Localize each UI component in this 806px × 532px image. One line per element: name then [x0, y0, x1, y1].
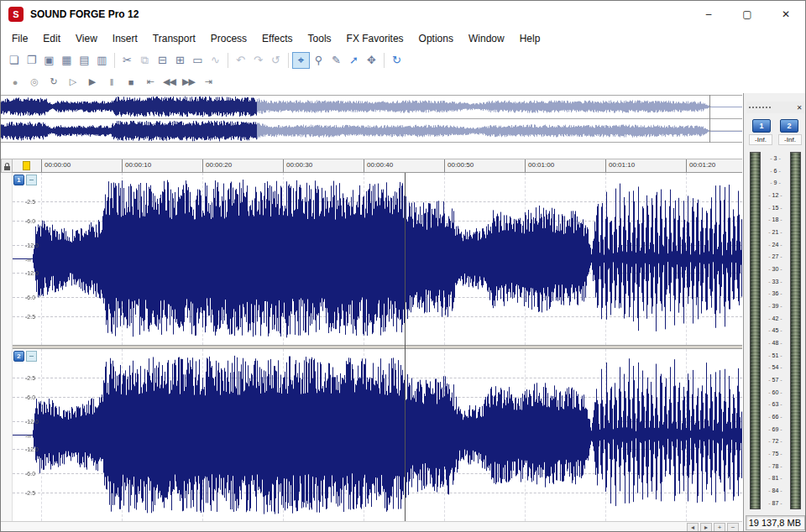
menu-item[interactable]: Transport	[145, 29, 203, 49]
meter-panel-titlebar[interactable]: ✕	[746, 102, 804, 113]
title-bar: S SOUND FORGE Pro 12 – ▢ ✕	[1, 1, 805, 28]
window-controls: – ▢ ✕	[689, 1, 805, 28]
drag-grip-icon[interactable]	[749, 107, 771, 108]
menu-item[interactable]: Edit	[35, 29, 68, 49]
overview-navigator[interactable]	[1, 95, 742, 143]
remote-record-button[interactable]: ◎	[24, 73, 44, 91]
event-tool-icon[interactable]: ✥	[363, 52, 380, 69]
menu-item[interactable]: Insert	[105, 29, 145, 49]
meter-scale-label: 57	[762, 377, 789, 383]
bottom-scroll-bar: ◂ ▸ + −	[1, 521, 742, 532]
meter-panel-close-icon[interactable]: ✕	[794, 104, 804, 112]
go-to-end-button[interactable]: ⇥	[198, 73, 217, 91]
rebuild-peaks-icon[interactable]: ↻	[388, 52, 406, 69]
undo-icon[interactable]: ↶	[232, 52, 249, 69]
ruler-tick-label: 00:00:30	[283, 159, 364, 172]
save-as-icon[interactable]: ▦	[58, 52, 76, 69]
fast-forward-button[interactable]: ▶▶	[179, 73, 198, 91]
loop-playback-button[interactable]: ↻	[44, 73, 63, 91]
meter-scale-label: 30	[762, 266, 789, 272]
rewind-button[interactable]: ◀◀	[160, 73, 179, 91]
maximize-button[interactable]: ▢	[728, 1, 767, 28]
play-button[interactable]: ▶	[82, 73, 102, 91]
pencil-tool-icon[interactable]: ✎	[327, 52, 345, 69]
edit-tool-icon[interactable]: ⌖	[292, 52, 310, 69]
channel-2-waveform-canvas[interactable]	[13, 349, 742, 521]
print-icon[interactable]: ▥	[93, 52, 111, 69]
stop-button[interactable]: ■	[121, 73, 140, 91]
scroll-right-button[interactable]: ▸	[700, 523, 712, 532]
channel-1-badge[interactable]: 1	[13, 175, 24, 185]
paste-icon[interactable]: ⊟	[154, 52, 171, 69]
menu-item[interactable]: View	[68, 29, 105, 49]
workspace-icon[interactable]: ▤	[76, 52, 93, 69]
overview-waveform-canvas[interactable]	[1, 95, 742, 143]
menu-item[interactable]: Tools	[301, 29, 339, 49]
meter-channel-1-peak-value: -Inf.	[749, 134, 772, 145]
ruler-tick-label: 00:00:00	[41, 159, 122, 172]
free-storage-status: 19 137,8 MB	[746, 515, 805, 530]
meter-scale-label: 6	[762, 168, 789, 174]
meter-channel-1-badge[interactable]: 1	[752, 119, 771, 133]
close-button[interactable]: ✕	[767, 1, 805, 28]
copy-icon[interactable]: ⧉	[136, 52, 154, 69]
edit-cursor-line[interactable]	[405, 173, 406, 521]
trim-icon[interactable]: ▭	[189, 52, 207, 69]
lock-icon[interactable]	[1, 159, 13, 173]
repeat-icon[interactable]: ↺	[267, 52, 285, 69]
menu-item[interactable]: File	[4, 29, 35, 49]
meter-scale-label: 48	[762, 340, 789, 346]
open-file-icon[interactable]: ❐	[23, 52, 40, 69]
meter-scale-label: 18	[762, 216, 789, 222]
channel-2-header: 2 –	[13, 351, 37, 362]
menu-item[interactable]: Window	[461, 29, 512, 49]
zoom-in-button[interactable]: +	[714, 523, 725, 532]
meter-scale-label: 66	[762, 414, 789, 420]
envelope-tool-icon[interactable]: ➚	[345, 52, 363, 69]
ruler-row: 00:00:0000:00:1000:00:2000:00:3000:00:40…	[1, 159, 742, 173]
app-logo-icon: S	[8, 7, 24, 22]
channel-1-waveform[interactable]: -2.5-6.0-12.0-∞-12.0-6.0-2.5 1 –	[13, 173, 742, 345]
scroll-left-button[interactable]: ◂	[687, 523, 699, 532]
paste-special-icon[interactable]: ⊞	[171, 52, 189, 69]
meter-scale-label: 78	[762, 463, 789, 469]
minimize-button[interactable]: –	[689, 1, 728, 28]
channel-2-badge[interactable]: 2	[13, 351, 24, 362]
redo-icon[interactable]: ↷	[249, 52, 267, 69]
cut-icon[interactable]: ✂	[118, 52, 136, 69]
menu-item[interactable]: Options	[411, 29, 461, 49]
overview-end-marker	[709, 95, 710, 143]
meter-scale-label: 69	[762, 426, 789, 432]
go-to-start-button[interactable]: ⇤	[140, 73, 160, 91]
channel-1-waveform-canvas[interactable]	[13, 173, 742, 345]
levels-meter-panel: ✕ 1 2 -Inf. -Inf. 3691215182124273033363…	[743, 93, 806, 532]
play-all-button[interactable]: ▷	[63, 73, 82, 91]
meter-scale-label: 63	[762, 401, 789, 407]
meter-scale-label: 60	[762, 389, 789, 395]
window-title: SOUND FORGE Pro 12	[30, 8, 139, 20]
channel-1-minimize-button[interactable]: –	[26, 175, 37, 185]
meter-channel-2-badge[interactable]: 2	[780, 119, 798, 133]
meter-scale-label: 72	[762, 438, 789, 444]
time-ruler[interactable]: 00:00:0000:00:1000:00:2000:00:3000:00:40…	[13, 159, 742, 173]
channel-2-minimize-button[interactable]: –	[26, 351, 37, 362]
meter-scale-label: 39	[762, 303, 789, 309]
zoom-out-button[interactable]: −	[727, 523, 739, 532]
menu-item[interactable]: Help	[512, 29, 548, 49]
menu-item[interactable]: FX Favorites	[339, 29, 411, 49]
meter-scale-label: 3	[762, 155, 789, 161]
save-icon[interactable]: ▣	[40, 52, 58, 69]
waveform-region: -2.5-6.0-12.0-∞-12.0-6.0-2.5 1 – -2.5-6.…	[13, 173, 742, 521]
menu-item[interactable]: Effects	[254, 29, 300, 49]
meter-scale-label: 75	[762, 451, 789, 456]
ruler-cursor-marker[interactable]	[23, 161, 30, 170]
pause-button[interactable]: ‖	[102, 73, 121, 91]
mix-icon[interactable]: ∿	[207, 52, 224, 69]
meter-scale-label: 42	[762, 316, 789, 321]
magnify-tool-icon[interactable]: ⚲	[310, 52, 327, 69]
menu-item[interactable]: Process	[203, 29, 254, 49]
record-button[interactable]: ●	[5, 73, 24, 91]
meter-scale-label: 21	[762, 229, 789, 235]
new-file-icon[interactable]: ❏	[5, 52, 23, 69]
channel-2-waveform[interactable]: -2.5-6.0-12.0-∞-12.0-6.0-2.5 2 –	[13, 349, 742, 521]
